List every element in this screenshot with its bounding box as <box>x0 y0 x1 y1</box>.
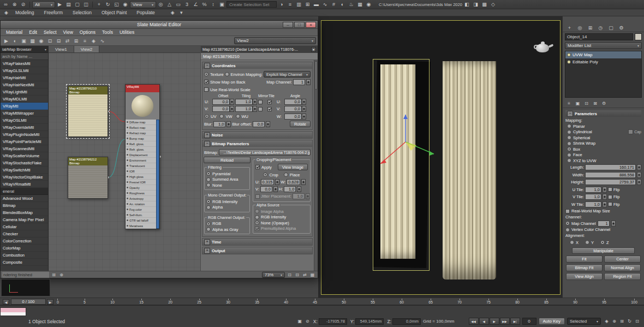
menu-item[interactable]: Options <box>76 29 99 35</box>
jitter-checkbox[interactable] <box>255 194 260 199</box>
rendered-frame-window-icon[interactable]: ▦ <box>356 1 364 8</box>
material-editor-icon[interactable]: ◐ <box>338 1 347 8</box>
map-slot[interactable]: Refr. gloss. <box>126 147 156 152</box>
select-object-icon[interactable]: ▶ <box>56 1 64 8</box>
menu-item[interactable]: Edit <box>26 29 40 35</box>
configure-modifier-sets-icon[interactable]: ⚙ <box>600 100 607 107</box>
ribbon-tab[interactable]: Object Paint <box>97 9 132 16</box>
crop-h-field[interactable]: 1,0 <box>284 186 296 192</box>
menu-item[interactable]: Select <box>40 29 60 35</box>
keyboard-shortcut-override-icon[interactable]: ▭ <box>174 1 182 8</box>
time-slider[interactable]: 0 / 100 <box>11 299 46 305</box>
map-slot[interactable]: GTR tail falloff <box>126 218 156 223</box>
v-angle-field[interactable]: 0,0 <box>284 106 302 112</box>
spinner-control[interactable] <box>306 79 311 85</box>
zoom-tool-icon[interactable]: ⊕ <box>58 271 65 278</box>
object-name-field[interactable]: Object_14 <box>565 33 633 40</box>
align-button[interactable]: View Align <box>566 273 603 280</box>
wu-radio[interactable]: WU <box>236 114 249 119</box>
browser-material-item[interactable]: VRayOSLMtl <box>1 117 48 124</box>
key-filters-icon[interactable]: ◈ <box>603 318 610 325</box>
show-map-on-back-checkbox[interactable]: Show Map on Back <box>204 80 246 85</box>
ribbon-tab[interactable]: Selection <box>68 9 97 16</box>
pan-tool-icon[interactable]: ⊞ <box>50 271 57 278</box>
parameters-rollout[interactable]: Parameters <box>565 110 641 117</box>
select-by-material-icon[interactable]: ∿ <box>98 37 106 44</box>
mapping-option[interactable]: Planar <box>565 124 641 129</box>
render-setup-icon[interactable]: ♨ <box>347 1 355 8</box>
orbit-icon[interactable]: ↻ <box>626 318 633 325</box>
view-tab[interactable]: View2 <box>74 46 100 52</box>
timeline-tick[interactable]: 85 <box>544 299 548 305</box>
spinner-control[interactable] <box>603 201 607 207</box>
crop-w-field[interactable]: 0,628 <box>287 179 300 185</box>
spinner-control[interactable] <box>603 194 607 200</box>
filtering-option[interactable]: Summed Area <box>206 177 248 182</box>
maxscript-mini-listener[interactable] <box>0 307 26 316</box>
crop-u-field[interactable]: 0,315 <box>261 179 275 185</box>
browser-material-item[interactable]: VRayScatterVolume <box>1 152 48 159</box>
blur-field[interactable]: 1,0 <box>213 121 225 127</box>
snapshot-icon[interactable]: ◇ <box>489 1 497 8</box>
browser-material-item[interactable]: VRayMDLMtl <box>1 96 48 103</box>
reload-button[interactable]: Reload <box>204 157 251 163</box>
align-button[interactable]: Center <box>604 255 641 263</box>
spinner-control[interactable] <box>302 99 306 105</box>
view-image-button[interactable]: View Image <box>278 164 308 170</box>
next-frame-button[interactable]: ▶▶ <box>500 318 510 325</box>
browser-material-item[interactable]: VRayPluginNodeMtl <box>1 131 48 138</box>
crop-radio[interactable]: Crop <box>263 173 278 177</box>
coordinate-value[interactable]: 549,145mm <box>355 318 384 325</box>
current-frame-field[interactable]: 0 <box>522 318 536 325</box>
select-and-scale-icon[interactable]: ◱ <box>112 1 121 8</box>
modifier-list-dropdown[interactable]: Modifier List <box>565 42 642 49</box>
timeline-tick[interactable]: 60 <box>399 299 404 305</box>
crop-v-field[interactable]: 0,0 <box>260 186 272 192</box>
map-channel-radio[interactable]: Map Channel1 <box>565 221 641 227</box>
ribbon-tab[interactable]: Populate <box>132 9 160 16</box>
timeline-tick[interactable]: 40 <box>284 299 288 305</box>
flip-checkbox[interactable] <box>608 187 612 192</box>
browser-material-item[interactable]: VRayScannedMtl <box>1 145 48 152</box>
spinner-control[interactable] <box>611 221 616 227</box>
browser-map-item[interactable]: Cellular <box>1 223 48 230</box>
modifier-stack-item[interactable]: UVW Map <box>565 51 641 58</box>
map-slot[interactable]: Reflect map <box>126 125 156 130</box>
layout-switch-icon[interactable]: ◨ <box>472 1 480 8</box>
browser-map-item[interactable]: BlendedBoxMap <box>1 209 48 216</box>
browser-map-item[interactable]: ColorMap <box>1 245 48 252</box>
maximize-viewport-toggle-icon[interactable]: ⊡ <box>634 318 641 325</box>
layout-fit-icon[interactable]: ▦ <box>309 271 316 278</box>
map-slot[interactable]: Diffuse map <box>126 120 156 125</box>
timeline-next-button[interactable]: ▶ <box>47 299 53 305</box>
key-selection-dropdown[interactable]: Selected <box>567 318 601 325</box>
spinner-control[interactable] <box>253 99 257 105</box>
timeline-tick[interactable]: 80 <box>515 299 520 305</box>
align-button[interactable]: Fit <box>566 255 603 263</box>
window-crossing-toggle-icon[interactable]: ◫ <box>82 1 90 8</box>
maximize-button[interactable]: □ <box>294 22 305 28</box>
workspace-icon[interactable]: ◧ <box>463 1 471 8</box>
utilities-tab-icon[interactable]: ⚙ <box>617 24 625 31</box>
create-tab-icon[interactable]: + <box>565 24 574 31</box>
browser-map-item[interactable]: Checker <box>1 230 48 237</box>
map-slot[interactable]: Self-illum. <box>126 212 156 218</box>
axis-option[interactable]: X <box>570 240 579 245</box>
map-slot[interactable]: Fresnel IOR <box>126 180 156 185</box>
angle-snap-icon[interactable]: ∠ <box>192 1 200 8</box>
timeline-tick[interactable]: 75 <box>486 299 491 305</box>
u-tile-checkbox[interactable] <box>267 100 272 104</box>
mapping-option[interactable]: Face <box>565 152 641 157</box>
map-slot[interactable]: Bump map <box>126 136 156 141</box>
zoom-dropdown[interactable]: 73% <box>262 272 285 278</box>
rotate-button[interactable]: Rotate <box>290 121 311 127</box>
spinner-control[interactable] <box>230 106 234 112</box>
v-offset-field[interactable]: 0,0 <box>212 106 230 112</box>
map-slot[interactable]: Refract map <box>126 130 156 136</box>
timeline-tick[interactable]: 55 <box>371 299 375 305</box>
filtering-option[interactable]: None <box>206 183 248 188</box>
browser-map-item[interactable]: Combustion <box>1 252 48 259</box>
zoom-region-icon[interactable]: ⊡ <box>286 271 293 278</box>
view-tab[interactable]: View1 <box>49 46 74 52</box>
coordinate-value[interactable]: 0,0mm <box>392 318 421 325</box>
